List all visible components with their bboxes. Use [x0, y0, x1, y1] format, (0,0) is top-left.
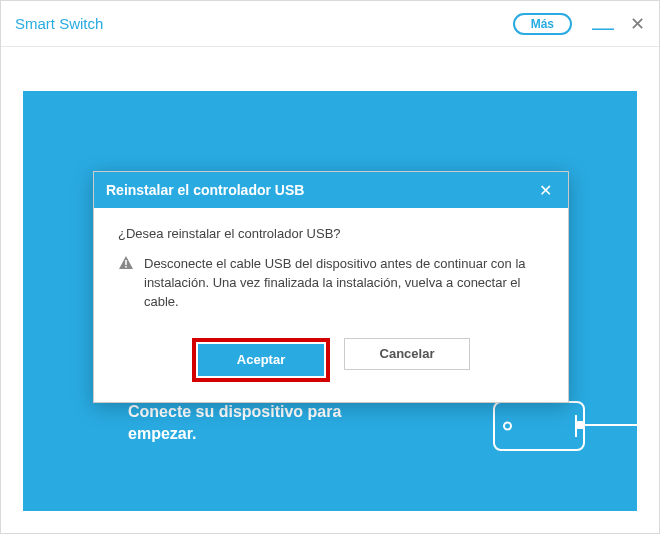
dialog-buttons: Aceptar Cancelar [94, 332, 568, 402]
minimize-icon[interactable]: — [592, 23, 614, 33]
accept-button[interactable]: Aceptar [198, 344, 324, 376]
cancel-button[interactable]: Cancelar [344, 338, 470, 370]
dialog-warning-text: Desconecte el cable USB del dispositivo … [144, 255, 544, 312]
dialog-title: Reinstalar el controlador USB [106, 182, 304, 198]
window-controls: — ✕ [592, 13, 645, 35]
warning-icon [118, 255, 134, 312]
svg-rect-1 [125, 266, 127, 268]
cable-icon [585, 424, 637, 426]
app-title: Smart Switch [15, 15, 513, 32]
reinstall-usb-dialog: Reinstalar el controlador USB ✕ ¿Desea r… [93, 171, 569, 403]
app-window: Smart Switch Más — ✕ Conecte su disposit… [0, 0, 660, 534]
more-button[interactable]: Más [513, 13, 572, 35]
phone-icon [493, 401, 585, 451]
dialog-header: Reinstalar el controlador USB ✕ [94, 172, 568, 208]
accept-highlight: Aceptar [192, 338, 330, 382]
window-close-icon[interactable]: ✕ [630, 13, 645, 35]
svg-rect-0 [125, 260, 127, 265]
dialog-body: ¿Desea reinstalar el controlador USB? De… [94, 208, 568, 332]
dialog-close-icon[interactable]: ✕ [535, 181, 556, 200]
connect-instruction: Conecte su dispositivo para empezar. [128, 401, 358, 446]
dialog-warning: Desconecte el cable USB del dispositivo … [118, 255, 544, 312]
dialog-question: ¿Desea reinstalar el controlador USB? [118, 226, 544, 241]
title-bar: Smart Switch Más — ✕ [1, 1, 659, 47]
